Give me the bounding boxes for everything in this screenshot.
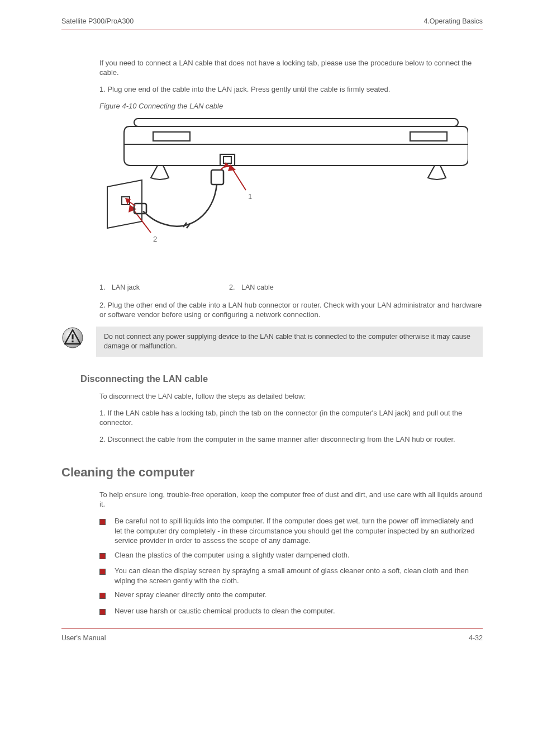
list-item: Be careful not to spill liquids into the…: [99, 516, 483, 546]
lan-cable-figure: 1 2: [99, 115, 483, 272]
cleaning-heading: Cleaning the computer: [61, 464, 483, 481]
callout-1: 1. LAN jack: [99, 283, 140, 292]
callout-1-label: LAN jack: [112, 283, 140, 292]
intro-p1: If you need to connect a LAN cable that …: [99, 58, 483, 78]
svg-rect-28: [100, 593, 106, 599]
figure-title: Figure 4-10 Connecting the LAN cable: [99, 101, 483, 111]
bullet-text: Clean the plastics of the computer using…: [115, 550, 350, 560]
clean-bullet-list: Be careful not to spill liquids into the…: [99, 516, 483, 617]
list-item: Never use harsh or caustic chemical prod…: [99, 606, 483, 618]
list-item: Clean the plastics of the computer using…: [99, 550, 483, 562]
bullet-text: You can clean the display screen by spra…: [115, 566, 483, 585]
footer-right: 4-32: [469, 634, 483, 643]
page-header: Satellite P300/ProA300 4.Operating Basic…: [61, 17, 483, 30]
intro-p3: 2. Plug the other end of the cable into …: [99, 300, 483, 320]
header-left: Satellite P300/ProA300: [61, 17, 134, 26]
caution-icon: [61, 327, 84, 352]
figure-callouts: 1. LAN jack 2. LAN cable: [99, 283, 483, 292]
svg-line-6: [232, 169, 246, 190]
square-bullet-icon: [99, 608, 106, 618]
list-item: Never spray cleaner directly onto the co…: [99, 590, 483, 602]
svg-text:1: 1: [248, 192, 252, 201]
bullet-text: Never spray cleaner directly onto the co…: [115, 590, 266, 600]
disconnect-heading: Disconnecting the LAN cable: [80, 372, 483, 385]
svg-rect-13: [211, 170, 223, 185]
square-bullet-icon: [99, 592, 106, 602]
disc-p2: 1. If the LAN cable has a locking tab, p…: [99, 408, 483, 428]
svg-rect-23: [72, 334, 73, 339]
svg-rect-26: [100, 553, 106, 559]
caution-text: Do not connect any power supplying devic…: [96, 327, 483, 357]
callout-1-num: 1.: [99, 283, 107, 292]
square-bullet-icon: [99, 568, 106, 578]
square-bullet-icon: [99, 552, 106, 562]
svg-rect-3: [410, 132, 447, 141]
callout-2-label: LAN cable: [241, 283, 274, 292]
svg-rect-5: [223, 157, 231, 163]
clean-p1: To help ensure long, trouble-free operat…: [99, 490, 483, 509]
list-item: You can clean the display screen by spra…: [99, 566, 483, 585]
square-bullet-icon: [99, 518, 106, 528]
svg-rect-24: [72, 341, 73, 342]
bullet-text: Never use harsh or caustic chemical prod…: [115, 606, 335, 616]
callout-2: 2. LAN cable: [229, 283, 274, 292]
svg-rect-27: [100, 569, 106, 575]
svg-rect-29: [100, 609, 106, 615]
disc-p1: To disconnect the LAN cable, follow the …: [99, 391, 483, 401]
svg-rect-0: [134, 119, 458, 126]
caution-note: Do not connect any power supplying devic…: [61, 327, 483, 357]
intro-p2: 1. Plug one end of the cable into the LA…: [99, 84, 483, 94]
callout-2-num: 2.: [229, 283, 237, 292]
svg-text:2: 2: [153, 235, 157, 243]
page-footer: User's Manual 4-32: [61, 629, 483, 643]
footer-left: User's Manual: [61, 634, 106, 643]
header-right: 4.Operating Basics: [423, 17, 483, 26]
bullet-text: Be careful not to spill liquids into the…: [115, 516, 483, 546]
disc-p3: 2. Disconnect the cable from the compute…: [99, 434, 483, 445]
svg-rect-2: [153, 132, 190, 141]
svg-rect-25: [100, 519, 106, 525]
